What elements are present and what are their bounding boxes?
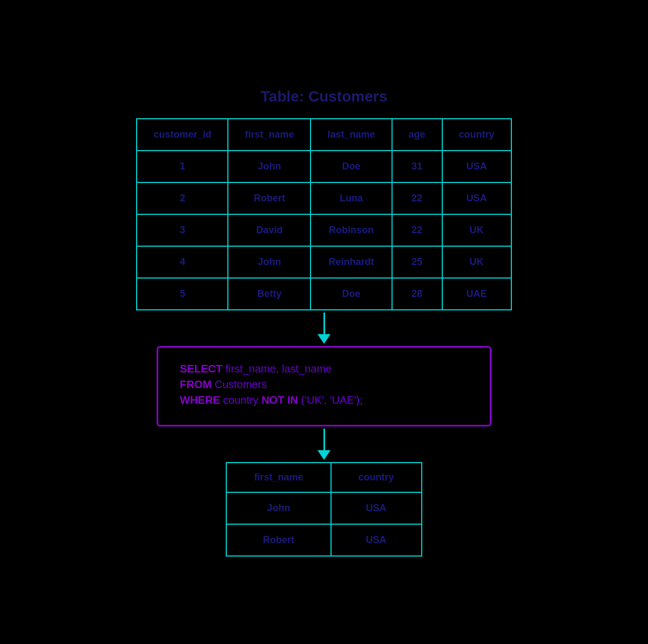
table-cell-last_name: Reinhardt — [310, 246, 392, 278]
col-header-last-name: last_name — [310, 119, 392, 151]
result-row: RobertUSA — [226, 524, 421, 556]
result-col-first-name: first_name — [226, 463, 330, 492]
col-header-age: age — [392, 119, 442, 151]
sql-from-rest: Customers — [212, 378, 267, 390]
sql-where-values: ('UK', 'UAE'); — [298, 394, 363, 406]
sql-from-keyword: FROM — [180, 378, 212, 390]
arrow-head-2 — [318, 450, 330, 460]
table-cell-country: UAE — [442, 278, 511, 310]
sql-where-keyword: WHERE — [180, 394, 220, 406]
result-row: JohnUSA — [226, 492, 421, 524]
table-cell-last_name: Robinson — [310, 214, 392, 246]
table-cell-customer_id: 3 — [137, 214, 228, 246]
table-cell-age: 25 — [392, 246, 442, 278]
sql-select-rest: first_name, last_name — [222, 363, 332, 375]
result-table: first_name country JohnUSARobertUSA — [226, 462, 422, 557]
arrow-line-2 — [323, 429, 325, 450]
table-cell-first_name: Robert — [228, 182, 310, 214]
result-cell-country: USA — [331, 524, 422, 556]
table-cell-customer_id: 2 — [137, 182, 228, 214]
table-cell-age: 31 — [392, 151, 442, 182]
col-header-customer-id: customer_id — [137, 119, 228, 151]
table-cell-country: UK — [442, 214, 511, 246]
sql-box: SELECT first_name, last_name FROM Custom… — [157, 346, 491, 426]
table-cell-customer_id: 1 — [137, 151, 228, 182]
result-cell-country: USA — [331, 492, 422, 524]
sql-where-mid: country — [220, 394, 261, 406]
table-cell-customer_id: 4 — [137, 246, 228, 278]
table-cell-age: 22 — [392, 182, 442, 214]
table-cell-first_name: Betty — [228, 278, 310, 310]
sql-line-3: WHERE country NOT IN ('UK', 'UAE'); — [180, 394, 468, 406]
arrow-line-1 — [323, 313, 325, 334]
table-header-row: customer_id first_name last_name age cou… — [137, 119, 511, 151]
table-row: 1JohnDoe31USA — [137, 151, 511, 182]
result-col-country: country — [331, 463, 422, 492]
table-cell-age: 28 — [392, 278, 442, 310]
table-row: 5BettyDoe28UAE — [137, 278, 511, 310]
table-row: 4JohnReinhardt25UK — [137, 246, 511, 278]
col-header-first-name: first_name — [228, 119, 310, 151]
sql-select-keyword: SELECT — [180, 363, 222, 375]
table-cell-country: USA — [442, 151, 511, 182]
col-header-country: country — [442, 119, 511, 151]
arrow-head-1 — [318, 334, 330, 344]
table-cell-country: USA — [442, 182, 511, 214]
table-cell-age: 22 — [392, 214, 442, 246]
table-row: 3DavidRobinson22UK — [137, 214, 511, 246]
table-cell-first_name: David — [228, 214, 310, 246]
result-header-row: first_name country — [226, 463, 421, 492]
table-cell-first_name: John — [228, 151, 310, 182]
result-cell-first_name: John — [226, 492, 330, 524]
table-cell-last_name: Luna — [310, 182, 392, 214]
sql-line-2: FROM Customers — [180, 378, 468, 391]
arrow-down-1 — [318, 313, 330, 344]
table-cell-last_name: Doe — [310, 151, 392, 182]
arrow-down-2 — [318, 429, 330, 460]
table-row: 2RobertLuna22USA — [137, 182, 511, 214]
page-title: Table: Customers — [261, 88, 387, 105]
sql-line-1: SELECT first_name, last_name — [180, 363, 468, 375]
customers-table: customer_id first_name last_name age cou… — [136, 118, 511, 310]
sql-notin-keyword: NOT IN — [261, 394, 298, 406]
table-cell-customer_id: 5 — [137, 278, 228, 310]
table-cell-country: UK — [442, 246, 511, 278]
table-cell-last_name: Doe — [310, 278, 392, 310]
table-cell-first_name: John — [228, 246, 310, 278]
result-cell-first_name: Robert — [226, 524, 330, 556]
main-container: Table: Customers customer_id first_name … — [0, 66, 648, 578]
